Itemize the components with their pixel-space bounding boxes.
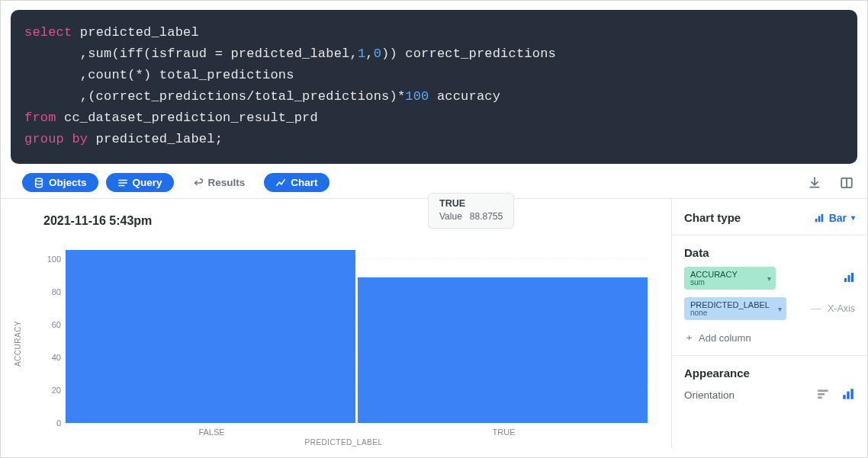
download-icon[interactable] <box>808 176 821 190</box>
y-tick: 60 <box>40 320 61 329</box>
results-label: Results <box>208 177 246 188</box>
svg-point-0 <box>36 178 43 181</box>
svg-rect-3 <box>818 216 820 222</box>
orientation-horizontal-icon[interactable] <box>817 387 831 403</box>
axis-connector-line <box>811 309 821 309</box>
add-column-button[interactable]: ＋ Add column <box>684 331 855 344</box>
svg-rect-11 <box>843 395 845 399</box>
svg-rect-12 <box>847 392 849 399</box>
appearance-heading: Appearance <box>684 367 855 380</box>
orientation-vertical-icon[interactable] <box>841 387 855 403</box>
data-heading: Data <box>684 246 855 259</box>
yaxis-indicator-icon[interactable] <box>843 271 855 286</box>
bar-chart-icon <box>814 213 825 223</box>
y-tick: 40 <box>40 353 61 362</box>
y-axis-label: ACCURACY <box>14 320 22 366</box>
svg-rect-10 <box>818 396 822 399</box>
chart-sidebar: Chart type Bar ▾ Data ACCURACY sum ▾ PRE… <box>672 199 867 448</box>
chart-tab[interactable]: Chart <box>264 173 329 192</box>
return-icon <box>193 178 204 188</box>
svg-rect-8 <box>818 389 828 392</box>
run-timestamp: 2021-11-16 5:43pm <box>43 214 657 228</box>
tooltip-value-label: Value <box>439 211 462 222</box>
sql-code-block: select predicted_label ,sum(iff(isfraud … <box>11 10 857 164</box>
charttype-value: Bar <box>829 212 847 224</box>
plot: ACCURACY 020406080100FALSETRUE PREDICTED… <box>30 243 657 444</box>
chart-tooltip: TRUE Value 88.8755 <box>428 193 514 229</box>
query-tab[interactable]: Query <box>106 173 174 192</box>
orientation-label: Orientation <box>684 389 735 401</box>
y-tick: 20 <box>40 386 61 395</box>
bar-false[interactable] <box>66 250 355 423</box>
chart-label: Chart <box>291 177 317 188</box>
x-category: TRUE <box>493 428 516 437</box>
workspace: 2021-11-16 5:43pm ACCURACY 020406080100F… <box>1 199 867 448</box>
bar-true[interactable] <box>358 277 648 423</box>
database-icon <box>34 178 44 188</box>
results-tab[interactable]: Results <box>182 173 257 192</box>
axes: 020406080100FALSETRUE <box>65 243 650 424</box>
chip-accuracy-agg: sum <box>690 278 759 287</box>
x-category: FALSE <box>198 428 224 437</box>
svg-rect-9 <box>818 393 825 396</box>
svg-rect-5 <box>844 278 847 282</box>
lines-icon <box>117 178 128 188</box>
chart-area: 2021-11-16 5:43pm ACCURACY 020406080100F… <box>1 199 672 448</box>
x-axis-label: PREDICTED_LABEL <box>305 438 383 447</box>
objects-label: Objects <box>49 177 87 188</box>
tooltip-title: TRUE <box>439 198 503 209</box>
chevron-down-icon: ▾ <box>778 305 782 313</box>
y-tick: 100 <box>40 255 61 264</box>
chip-predicted-label[interactable]: PREDICTED_LABEL none ▾ <box>684 297 786 320</box>
y-tick: 0 <box>40 418 61 428</box>
tooltip-value: 88.8755 <box>470 211 503 222</box>
svg-rect-13 <box>850 389 853 399</box>
add-column-label: Add column <box>699 332 751 344</box>
svg-rect-7 <box>851 273 854 282</box>
svg-rect-6 <box>848 275 850 282</box>
y-tick: 80 <box>40 287 61 296</box>
chevron-down-icon: ▾ <box>851 213 855 222</box>
chip-predicted-agg: none <box>690 309 770 317</box>
objects-tab[interactable]: Objects <box>22 173 98 192</box>
charttype-selector[interactable]: Bar ▾ <box>814 212 855 224</box>
svg-rect-4 <box>821 213 823 222</box>
chip-accuracy[interactable]: ACCURACY sum ▾ <box>684 267 776 290</box>
svg-rect-2 <box>815 218 817 221</box>
plus-icon: ＋ <box>684 331 694 344</box>
chevron-down-icon: ▾ <box>767 274 771 283</box>
query-label: Query <box>133 177 162 188</box>
layout-panels-icon[interactable] <box>840 176 854 190</box>
charttype-heading: Chart type <box>684 211 741 224</box>
lineplot-icon <box>275 178 286 188</box>
xaxis-label: X-Axis <box>828 303 855 314</box>
